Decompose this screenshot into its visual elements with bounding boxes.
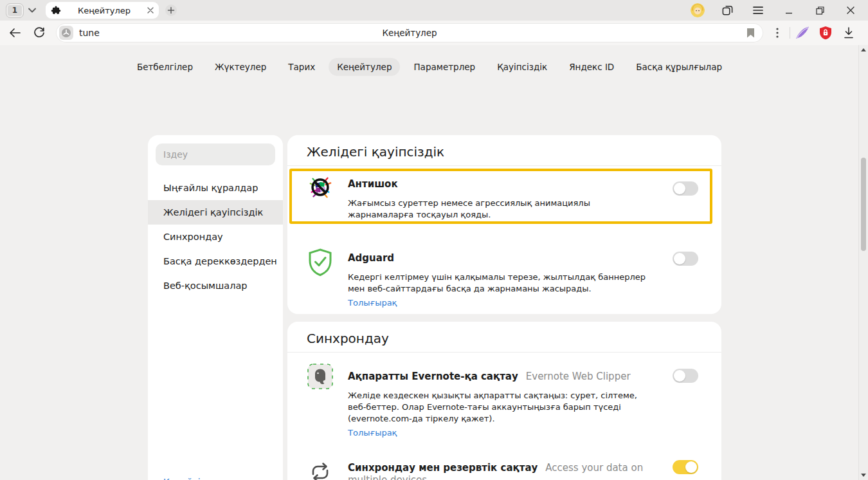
extension-description: Желіде кездескен қызықты ақпаратты сақта… xyxy=(348,390,651,425)
extension-row-adguard: Adguard Кедергі келтірмеу үшін қалқымалы… xyxy=(287,230,721,314)
adguard-shield-icon xyxy=(307,249,334,276)
nav-tab-yandex-id[interactable]: Яндекс ID xyxy=(561,58,622,76)
tabs-chevron-down-icon[interactable] xyxy=(24,2,41,19)
extension-subtitle: Evernote Web Clipper xyxy=(526,371,631,382)
section-title: Желідегі қауіпсіздік xyxy=(287,135,721,166)
tab-title: Кеңейтулер xyxy=(61,6,147,15)
extension-description: Жағымсыз суреттер немесе агрессиялық ани… xyxy=(348,198,651,221)
antishock-toggle[interactable] xyxy=(673,181,698,196)
search-input[interactable] xyxy=(156,143,275,165)
window-close-icon[interactable] xyxy=(842,2,859,19)
protect-shield-icon[interactable] xyxy=(816,23,835,42)
address-bar-page-title: Кеңейтулер xyxy=(57,28,763,38)
scrollbar-thumb[interactable] xyxy=(861,158,866,251)
puzzle-extension-icon xyxy=(51,5,61,15)
tab-close-icon[interactable] xyxy=(147,7,154,14)
reload-icon[interactable] xyxy=(30,23,49,42)
menu-hamburger-icon[interactable] xyxy=(750,2,766,19)
url-text: tune xyxy=(79,28,100,38)
extensions-catalog-link[interactable]: Кеңейтімдер каталогы xyxy=(163,477,283,480)
nav-tab-history[interactable]: Тарих xyxy=(280,58,323,76)
active-tab[interactable]: Кеңейтулер xyxy=(46,2,159,19)
toolbar-divider xyxy=(790,27,790,39)
profile-avatar[interactable] xyxy=(691,3,705,17)
back-icon[interactable] xyxy=(5,23,24,42)
sidebar-item-web-apps[interactable]: Веб-қосымшалар xyxy=(148,273,283,298)
nav-tab-extensions[interactable]: Кеңейтулер xyxy=(329,58,400,76)
sync-backup-toggle[interactable] xyxy=(673,460,698,474)
nav-tab-security[interactable]: Қауіпсіздік xyxy=(489,58,556,76)
extension-row-antishock: Антишок Жағымсыз суреттер немесе агресси… xyxy=(287,166,721,230)
more-details-link[interactable]: Толығырақ xyxy=(348,298,397,308)
bookmark-flag-icon[interactable] xyxy=(746,28,755,38)
tab-strip: 1 Кеңейтулер xyxy=(0,0,868,21)
address-bar[interactable]: tune Кеңейтулер xyxy=(57,24,763,42)
nav-tab-settings[interactable]: Параметрлер xyxy=(405,58,484,76)
extensions-sidebar: Ыңғайлы құралдар Желідегі қауіпсіздік Си… xyxy=(148,135,283,480)
tab-counter-button[interactable]: 1 xyxy=(6,3,24,18)
downloads-icon[interactable] xyxy=(839,23,858,42)
scrollbar-up-arrow-icon[interactable] xyxy=(861,48,866,51)
sidebar-item-network-security[interactable]: Желідегі қауіпсіздік xyxy=(148,200,283,225)
evernote-toggle[interactable] xyxy=(673,369,698,383)
extension-name: Антишок xyxy=(348,178,398,190)
settings-page: Бетбелгілер Жүктеулер Тарих Кеңейтулер П… xyxy=(0,45,868,480)
sidebar-item-other-sources[interactable]: Басқа дереккөздерден xyxy=(148,249,283,273)
page-scrollbar[interactable] xyxy=(858,45,868,480)
new-tab-button[interactable] xyxy=(163,2,179,19)
nav-tab-other-devices[interactable]: Басқа құрылғылар xyxy=(628,58,730,76)
extension-row-evernote: Ақпаратты Evernote-қа сақтауEvernote Web… xyxy=(287,353,721,450)
tune-page-favicon xyxy=(59,26,73,40)
adguard-toggle[interactable] xyxy=(673,252,698,266)
extension-description: Кедергі келтірмеу үшін қалқымалы терезе,… xyxy=(348,272,651,295)
toggle-knob xyxy=(674,253,685,264)
toggle-knob xyxy=(674,370,685,382)
antishock-icon xyxy=(307,174,334,201)
nav-tab-downloads[interactable]: Жүктеулер xyxy=(206,58,275,76)
extension-row-sync-backup: Синхрондау мен резервтік сақтауAccess yo… xyxy=(287,450,721,480)
section-title: Синхрондау xyxy=(287,322,721,353)
scrollbar-down-arrow-icon[interactable] xyxy=(861,474,866,477)
evernote-icon xyxy=(307,363,334,390)
window-restore-icon[interactable] xyxy=(811,2,828,19)
toggle-knob xyxy=(674,183,685,194)
toolbar-more-dots-icon[interactable] xyxy=(768,23,787,42)
section-sync: Синхрондау Ақпаратты Evernote-қа сақтауE… xyxy=(287,322,721,480)
browser-window: 1 Кеңейтулер xyxy=(0,0,868,480)
nav-tab-bookmarks[interactable]: Бетбелгілер xyxy=(129,58,201,76)
extension-name: Синхрондау мен резервтік сақтау xyxy=(348,462,538,474)
settings-nav: Бетбелгілер Жүктеулер Тарих Кеңейтулер П… xyxy=(0,58,859,76)
sidebar-item-sync[interactable]: Синхрондау xyxy=(148,225,283,249)
yandex-pen-extension-icon[interactable] xyxy=(793,23,812,42)
extension-name: Ақпаратты Evernote-қа сақтау xyxy=(348,371,518,382)
toggle-knob xyxy=(685,461,697,473)
window-minimize-icon[interactable] xyxy=(781,2,797,19)
more-details-link[interactable]: Толығырақ xyxy=(348,428,397,438)
section-network-security: Желідегі қауіпсіздік xyxy=(287,135,721,314)
sidebar-item-handy-tools[interactable]: Ыңғайлы құралдар xyxy=(148,176,283,200)
browser-toolbar: tune Кеңейтулер xyxy=(0,21,868,45)
tab-panels-icon[interactable] xyxy=(719,2,736,19)
sync-icon xyxy=(307,459,334,480)
extension-name: Adguard xyxy=(348,252,394,264)
